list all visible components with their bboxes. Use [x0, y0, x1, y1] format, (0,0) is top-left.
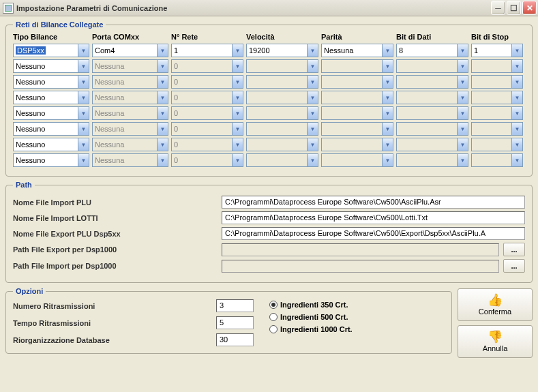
- dati-combo[interactable]: ▼: [396, 75, 468, 89]
- rete-value: 0: [174, 125, 178, 133]
- col-velocita: Velocità: [246, 33, 318, 41]
- porta-combo[interactable]: Nessuna▼: [92, 59, 168, 73]
- stop-combo[interactable]: ▼: [471, 75, 523, 89]
- tipo-combo[interactable]: Nessuno▼: [13, 91, 89, 104]
- parita-combo[interactable]: ▼: [321, 59, 393, 73]
- stop-combo[interactable]: ▼: [471, 122, 523, 136]
- dropdown-arrow-icon: ▼: [232, 107, 243, 119]
- browse-button[interactable]: ...: [503, 243, 525, 256]
- radio-icon: [269, 325, 278, 333]
- radio-icon: [269, 301, 278, 309]
- porta-combo[interactable]: Nessuna▼: [92, 106, 168, 120]
- dropdown-arrow-icon: ▼: [157, 76, 168, 88]
- rete-combo[interactable]: 0▼: [171, 153, 243, 167]
- dropdown-arrow-icon: ▼: [382, 60, 393, 72]
- dati-combo[interactable]: ▼: [396, 138, 468, 151]
- option-label: Numero Ritrasmissioni: [13, 302, 211, 310]
- parita-combo[interactable]: ▼: [321, 91, 393, 104]
- path-row: Path File Import per Dsp1000...: [13, 259, 525, 273]
- option-input[interactable]: 3: [216, 299, 254, 312]
- dati-combo[interactable]: ▼: [396, 59, 468, 73]
- stop-combo[interactable]: 1▼: [471, 44, 523, 57]
- radio-row[interactable]: Ingredienti 1000 Crt.: [269, 325, 445, 333]
- path-input[interactable]: C:\Programmi\Dataprocess Europe Software…: [222, 196, 525, 209]
- parita-combo[interactable]: Nessuna▼: [321, 44, 393, 57]
- stop-combo[interactable]: ▼: [471, 106, 523, 120]
- dropdown-arrow-icon: ▼: [307, 138, 318, 151]
- parita-combo[interactable]: ▼: [321, 106, 393, 120]
- dati-combo[interactable]: 8▼: [396, 44, 468, 57]
- rete-combo[interactable]: 0▼: [171, 91, 243, 104]
- rete-combo[interactable]: 0▼: [171, 138, 243, 151]
- dropdown-arrow-icon: ▼: [232, 138, 243, 151]
- radio-label: Ingredienti 350 Crt.: [280, 301, 348, 309]
- cancel-button[interactable]: 👎 Annulla: [458, 325, 533, 358]
- stop-combo[interactable]: ▼: [471, 91, 523, 104]
- porta-value: Com4: [95, 46, 115, 55]
- dropdown-arrow-icon: ▼: [457, 123, 468, 135]
- path-input[interactable]: C:\Programmi\Dataprocess Europe Software…: [222, 211, 525, 224]
- dati-combo[interactable]: ▼: [396, 122, 468, 136]
- confirm-button[interactable]: 👍 Conferma: [458, 288, 533, 321]
- option-input[interactable]: 30: [216, 333, 254, 346]
- parita-combo[interactable]: ▼: [321, 75, 393, 89]
- dropdown-arrow-icon: ▼: [511, 76, 522, 88]
- tipo-combo[interactable]: DSP5xx▼: [13, 44, 89, 57]
- porta-combo[interactable]: Nessuna▼: [92, 153, 168, 167]
- dropdown-arrow-icon: ▼: [78, 138, 89, 151]
- velocita-combo[interactable]: ▼: [246, 91, 318, 104]
- path-input[interactable]: C:\Programmi\Dataprocess Europe Software…: [222, 227, 525, 240]
- porta-combo[interactable]: Nessuna▼: [92, 138, 168, 151]
- velocita-combo[interactable]: ▼: [246, 106, 318, 120]
- porta-combo[interactable]: Nessuna▼: [92, 75, 168, 89]
- reti-row: Nessuno▼Nessuna▼0▼▼▼▼▼: [13, 75, 525, 89]
- rete-combo[interactable]: 0▼: [171, 75, 243, 89]
- porta-combo[interactable]: Nessuna▼: [92, 122, 168, 136]
- parita-combo[interactable]: ▼: [321, 153, 393, 167]
- rete-combo[interactable]: 0▼: [171, 122, 243, 136]
- stop-combo[interactable]: ▼: [471, 153, 523, 167]
- path-row: Nome File Import PLUC:\Programmi\Datapro…: [13, 196, 525, 209]
- path-input: [222, 243, 499, 256]
- rete-combo[interactable]: 1▼: [171, 44, 243, 57]
- reti-row: Nessuno▼Nessuna▼0▼▼▼▼▼: [13, 59, 525, 73]
- velocita-combo[interactable]: 19200▼: [246, 44, 318, 57]
- velocita-combo[interactable]: ▼: [246, 59, 318, 73]
- parita-combo[interactable]: ▼: [321, 122, 393, 136]
- parita-combo[interactable]: ▼: [321, 138, 393, 151]
- tipo-combo[interactable]: Nessuno▼: [13, 138, 89, 151]
- porta-combo[interactable]: Com4▼: [92, 44, 168, 57]
- tipo-value: Nessuno: [16, 125, 45, 133]
- option-input[interactable]: 5: [216, 316, 254, 329]
- rete-combo[interactable]: 0▼: [171, 59, 243, 73]
- tipo-combo[interactable]: Nessuno▼: [13, 59, 89, 73]
- velocita-combo[interactable]: ▼: [246, 138, 318, 151]
- dati-combo[interactable]: ▼: [396, 153, 468, 167]
- porta-combo[interactable]: Nessuna▼: [92, 91, 168, 104]
- stop-combo[interactable]: ▼: [471, 138, 523, 151]
- maximize-button[interactable]: ☐: [507, 1, 521, 15]
- tipo-combo[interactable]: Nessuno▼: [13, 106, 89, 120]
- radio-row[interactable]: Ingredienti 350 Crt.: [269, 301, 445, 309]
- stop-combo[interactable]: ▼: [471, 59, 523, 73]
- dropdown-arrow-icon: ▼: [157, 44, 168, 57]
- browse-button[interactable]: ...: [503, 259, 525, 273]
- dropdown-arrow-icon: ▼: [457, 138, 468, 151]
- tipo-combo[interactable]: Nessuno▼: [13, 75, 89, 89]
- path-label: Nome File Export PLU Dsp5xx: [13, 230, 218, 238]
- velocita-combo[interactable]: ▼: [246, 153, 318, 167]
- close-button[interactable]: ✕: [522, 1, 537, 15]
- radio-row[interactable]: Ingredienti 500 Crt.: [269, 313, 445, 321]
- dropdown-arrow-icon: ▼: [78, 154, 89, 166]
- dropdown-arrow-icon: ▼: [157, 60, 168, 72]
- dropdown-arrow-icon: ▼: [457, 91, 468, 104]
- path-row: Nome File Export PLU Dsp5xxC:\Programmi\…: [13, 227, 525, 240]
- rete-combo[interactable]: 0▼: [171, 106, 243, 120]
- velocita-combo[interactable]: ▼: [246, 75, 318, 89]
- tipo-combo[interactable]: Nessuno▼: [13, 122, 89, 136]
- tipo-combo[interactable]: Nessuno▼: [13, 153, 89, 167]
- minimize-button[interactable]: ─: [491, 1, 505, 15]
- dati-combo[interactable]: ▼: [396, 91, 468, 104]
- dati-combo[interactable]: ▼: [396, 106, 468, 120]
- velocita-combo[interactable]: ▼: [246, 122, 318, 136]
